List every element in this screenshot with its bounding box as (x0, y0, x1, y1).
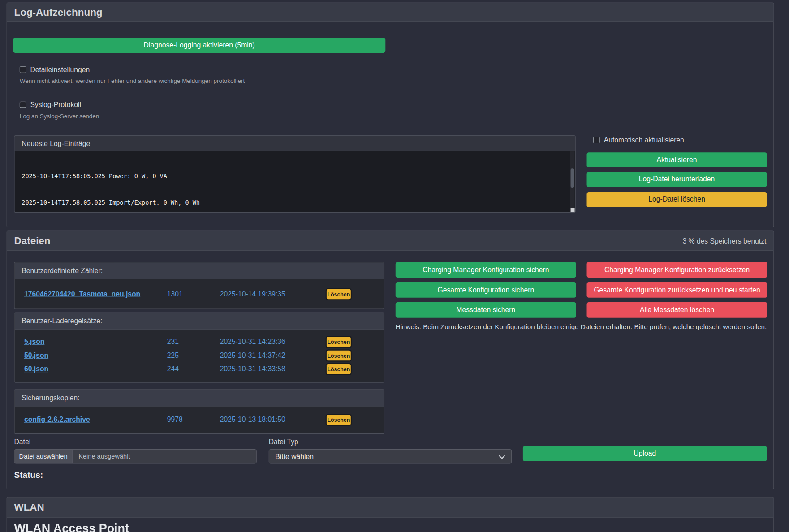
chevron-down-icon (499, 453, 505, 459)
file-row: 5.json 231 2025-10-31 14:23:36 Löschen (15, 335, 384, 349)
syslog-checkbox[interactable] (20, 101, 26, 108)
file-size: 225 (167, 351, 179, 359)
delete-file-button[interactable]: Löschen (327, 415, 351, 425)
file-link[interactable]: config-2.6.2.archive (24, 416, 90, 424)
log-section: Log-Aufzeichnung Diagnose-Logging aktivi… (7, 3, 774, 227)
log-section-title: Log-Aufzeichnung (14, 7, 102, 18)
log-output-header: Neueste Log-Einträge (15, 136, 575, 151)
download-log-button[interactable]: Log-Datei herunterladen (587, 172, 767, 187)
file-link[interactable]: 5.json (24, 338, 44, 346)
delete-file-button[interactable]: Löschen (327, 364, 351, 374)
detail-settings-label: Detaileinstellungen (30, 65, 90, 73)
delete-log-button[interactable]: Log-Datei löschen (587, 192, 767, 207)
custom-meters-box-title: Benutzerdefinierte Zähler: (15, 262, 384, 279)
detail-settings-row: Detaileinstellungen (20, 65, 90, 73)
backup-cm-config-button[interactable]: Charging Manager Konfiguration sichern (396, 262, 576, 278)
detail-settings-hint: Wenn nicht aktiviert, werden nur Fehler … (20, 77, 245, 85)
page: Log-Aufzeichnung Diagnose-Logging aktivi… (0, 0, 789, 532)
wlan-section-header: WLAN (7, 498, 773, 518)
syslog-hint: Log an Syslog-Server senden (20, 113, 99, 120)
charging-rules-box-title: Benutzer-Laderegelsätze: (15, 313, 384, 330)
log-scrollbar[interactable] (570, 151, 574, 213)
log-output-panel: Neueste Log-Einträge 2025-10-14T17:58:05… (14, 135, 575, 213)
file-size: 244 (167, 365, 179, 373)
log-scrollbar-thumb[interactable] (571, 168, 574, 188)
log-output-title: Neueste Log-Einträge (22, 139, 90, 147)
auto-refresh-row: Automatisch aktualisieren (593, 136, 684, 144)
auto-refresh-label: Automatisch aktualisieren (604, 136, 684, 144)
files-section: Dateien 3 % des Speichers benutzt Benutz… (7, 230, 774, 489)
file-row: 60.json 244 2025-10-31 14:33:58 Löschen (15, 363, 384, 376)
log-lines: 2025-10-14T17:58:05.025 Power: 0 W, 0 VA… (15, 151, 575, 213)
log-line: 2025-10-14T17:58:05.025 Import/Export: 0… (22, 199, 563, 208)
file-type-select[interactable]: Bitte wählen (269, 449, 512, 464)
delete-file-button[interactable]: Löschen (327, 289, 351, 299)
backup-measurements-button[interactable]: Messdaten sichern (396, 302, 576, 318)
storage-usage-label: 3 % des Speichers benutzt (682, 236, 766, 245)
log-section-header: Log-Aufzeichnung (7, 3, 773, 22)
refresh-button[interactable]: Aktualisieren (587, 152, 767, 167)
syslog-label: Syslog-Protokoll (30, 101, 81, 109)
file-link[interactable]: 1760462704420_Tasmota_neu.json (24, 290, 140, 298)
file-size: 1301 (167, 290, 183, 298)
diagnose-logging-button[interactable]: Diagnose-Logging aktivieren (5min) (13, 38, 385, 53)
file-list: config-2.6.2.archive 9978 2025-10-13 18:… (15, 406, 384, 427)
file-size: 231 (167, 338, 179, 346)
files-section-title: Dateien (14, 235, 50, 246)
backups-box-title: Sicherungskopien: (15, 390, 384, 406)
syslog-row: Syslog-Protokoll (20, 101, 81, 109)
file-date: 2025-10-31 14:33:58 (220, 365, 285, 373)
resize-handle-icon[interactable] (571, 208, 575, 212)
choose-file-button[interactable]: Datei auswählen (15, 450, 73, 463)
delete-file-button[interactable]: Löschen (327, 337, 351, 347)
file-list: 5.json 231 2025-10-31 14:23:36 Löschen 5… (15, 330, 384, 376)
reset-full-config-button[interactable]: Gesamte Konfiguration zurücksetzen und n… (587, 282, 767, 298)
file-date: 2025-10-13 18:01:50 (220, 416, 285, 424)
file-row: 50.json 225 2025-10-31 14:37:42 Löschen (15, 349, 384, 362)
custom-meters-box: Benutzerdefinierte Zähler: 1760462704420… (14, 262, 384, 309)
reset-hint: Hinweis: Beim Zurücksetzen der Konfigura… (396, 323, 771, 330)
file-link[interactable]: 60.json (24, 365, 48, 373)
file-date: 2025-10-31 14:23:36 (220, 338, 285, 346)
file-row: config-2.6.2.archive 9978 2025-10-13 18:… (15, 413, 384, 427)
wlan-access-point-heading: WLAN Access Point (14, 522, 129, 532)
auto-refresh-checkbox[interactable] (593, 137, 600, 143)
file-row: 1760462704420_Tasmota_neu.json 1301 2025… (15, 287, 384, 301)
log-output[interactable]: 2025-10-14T17:58:05.025 Power: 0 W, 0 VA… (15, 151, 575, 213)
file-date: 2025-10-31 14:37:42 (220, 351, 285, 359)
file-type-select-value: Bitte wählen (275, 452, 314, 460)
delete-file-button[interactable]: Löschen (327, 351, 351, 360)
reset-cm-config-button[interactable]: Charging Manager Konfiguration zurückset… (587, 262, 767, 278)
file-type-label: Datei Typ (269, 438, 298, 446)
backups-box: Sicherungskopien: config-2.6.2.archive 9… (14, 389, 384, 434)
log-line: 2025-10-14T17:58:05.025 Power: 0 W, 0 VA (22, 172, 563, 181)
charging-rules-box: Benutzer-Laderegelsätze: 5.json 231 2025… (14, 312, 384, 382)
file-link[interactable]: 50.json (24, 351, 48, 359)
wlan-section-title: WLAN (14, 502, 44, 513)
backup-full-config-button[interactable]: Gesamte Konfiguration sichern (396, 282, 576, 298)
file-date: 2025-10-14 19:39:35 (220, 290, 285, 298)
file-size: 9978 (167, 416, 183, 424)
file-list: 1760462704420_Tasmota_neu.json 1301 2025… (15, 279, 384, 301)
file-input-value: Keine ausgewählt (78, 453, 130, 460)
wlan-section: WLAN WLAN Access Point (7, 497, 774, 532)
file-input[interactable]: Datei auswählen Keine ausgewählt (14, 449, 256, 464)
detail-settings-checkbox[interactable] (20, 66, 26, 73)
files-section-header: Dateien 3 % des Speichers benutzt (7, 231, 773, 251)
upload-button[interactable]: Upload (523, 446, 767, 461)
status-label: Status: (14, 470, 43, 480)
file-field-label: Datei (14, 438, 30, 446)
delete-all-measurements-button[interactable]: Alle Messdaten löschen (587, 302, 767, 318)
